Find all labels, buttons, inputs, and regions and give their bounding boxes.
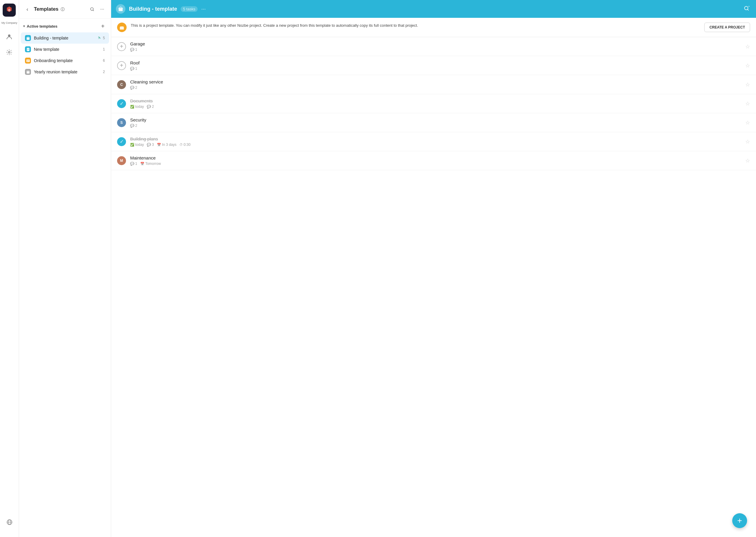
sidebar-item-onboarding[interactable]: Onboarding template 6: [21, 55, 109, 66]
app-logo: [3, 4, 16, 17]
task-meta-garage: 💬 1: [130, 48, 741, 52]
sidebar-item-new-template[interactable]: New template 1: [21, 44, 109, 55]
template-icon-yearly: [25, 69, 31, 75]
active-templates-section[interactable]: ▾ Active templates +: [19, 19, 111, 32]
check-icon: ✅: [130, 143, 134, 147]
task-item[interactable]: ✓ Documents ✅ today 💬 2 ☆: [111, 94, 756, 113]
task-checkbox-documents[interactable]: ✓: [117, 99, 126, 108]
check-icon: ✅: [130, 105, 134, 109]
template-list: Building - template 5 New template: [19, 32, 111, 77]
task-avatar-cleaning: C: [117, 80, 126, 89]
task-name-documents: Documents: [130, 98, 741, 103]
task-item[interactable]: S Security 💬 2 ☆: [111, 113, 756, 132]
svg-point-12: [744, 6, 748, 10]
icon-bar: My Company: [0, 0, 19, 537]
task-body-maintenance: Maintenance 💬 1 📅 Tomorrow: [130, 155, 741, 166]
manage-btn[interactable]: [3, 46, 16, 59]
section-title: Active templates: [27, 24, 99, 28]
topbar-more-button[interactable]: ···: [201, 6, 206, 12]
info-banner-text: This is a project template. You can modi…: [131, 22, 700, 28]
svg-point-1: [8, 9, 10, 11]
template-icon-new: [25, 46, 31, 52]
rss-icon: [98, 36, 101, 40]
task-meta-cleaning: 💬 2: [130, 86, 741, 90]
task-item[interactable]: + Roof 💬 1 ☆: [111, 56, 756, 75]
task-item[interactable]: C Cleaning service 💬 2 ☆: [111, 75, 756, 94]
calendar-icon: 📅: [140, 162, 145, 166]
sidebar-title-info: ⓘ: [61, 7, 65, 12]
tasks-badge: 5 tasks: [181, 6, 198, 12]
task-star-security[interactable]: ☆: [745, 119, 750, 126]
task-meta-security: 💬 2: [130, 124, 741, 128]
task-body-building-plans: Building plans ✅ today 💬 3 📅 In 3 days: [130, 136, 741, 147]
task-body-cleaning: Cleaning service 💬 2: [130, 79, 741, 90]
task-list: + Garage 💬 1 ☆ + Roof 💬 1: [111, 37, 756, 537]
sidebar-item-building-template[interactable]: Building - template 5: [21, 32, 109, 44]
task-name-cleaning: Cleaning service: [130, 79, 741, 84]
task-star-garage[interactable]: ☆: [745, 43, 750, 50]
template-name-building: Building - template: [34, 36, 95, 40]
template-meta-building: 5: [98, 36, 105, 40]
template-meta-new: 1: [103, 47, 105, 51]
task-comments-garage: 💬 1: [130, 48, 137, 52]
task-star-building-plans[interactable]: ☆: [745, 139, 750, 145]
task-star-cleaning[interactable]: ☆: [745, 81, 750, 88]
search-button[interactable]: [88, 5, 97, 14]
task-item[interactable]: + Garage 💬 1 ☆: [111, 37, 756, 56]
task-meta-roof: 💬 1: [130, 66, 741, 71]
fab-add-button[interactable]: +: [732, 513, 747, 528]
my-nozbe-btn[interactable]: [3, 30, 16, 43]
template-icon-onboarding: [25, 58, 31, 63]
back-button[interactable]: ‹: [23, 5, 31, 13]
task-item[interactable]: M Maintenance 💬 1 📅 Tomorrow ☆: [111, 151, 756, 170]
company-label: My Company: [1, 21, 17, 24]
template-name-new: New template: [34, 47, 100, 52]
globe-btn[interactable]: [3, 516, 16, 529]
task-name-roof: Roof: [130, 60, 741, 65]
task-schedule-building-plans: 📅 In 3 days: [157, 143, 177, 147]
topbar-search-button[interactable]: [742, 4, 751, 15]
topbar-icon: [116, 4, 125, 14]
task-body-roof: Roof 💬 1: [130, 60, 741, 71]
task-add-button-roof[interactable]: +: [117, 61, 126, 70]
task-meta-documents: ✅ today 💬 2: [130, 104, 741, 109]
more-button[interactable]: ···: [98, 5, 107, 14]
info-banner-icon: [117, 22, 127, 32]
task-star-roof[interactable]: ☆: [745, 62, 750, 69]
task-body-garage: Garage 💬 1: [130, 41, 741, 52]
comment-icon: 💬: [130, 67, 134, 71]
task-meta-building-plans: ✅ today 💬 3 📅 In 3 days ⏱ 0:30: [130, 143, 741, 147]
task-avatar-security: S: [117, 118, 126, 127]
task-item[interactable]: ✓ Building plans ✅ today 💬 3 📅 In 3 days: [111, 132, 756, 151]
template-count-building: 5: [103, 36, 105, 40]
template-count-new: 1: [103, 47, 105, 51]
svg-rect-10: [26, 71, 29, 73]
task-comments-building-plans: 💬 3: [147, 143, 154, 147]
task-name-security: Security: [130, 117, 741, 122]
comment-icon: 💬: [147, 105, 151, 109]
comment-icon: 💬: [147, 143, 151, 147]
info-banner: This is a project template. You can modi…: [111, 18, 756, 37]
task-due-documents: ✅ today: [130, 104, 144, 109]
task-star-maintenance[interactable]: ☆: [745, 157, 750, 164]
task-add-button-garage[interactable]: +: [117, 42, 126, 51]
comment-icon: 💬: [130, 86, 134, 90]
calendar-icon: 📅: [157, 143, 161, 147]
task-body-security: Security 💬 2: [130, 117, 741, 128]
template-meta-yearly: 2: [103, 70, 105, 74]
task-comments-roof: 💬 1: [130, 66, 137, 71]
svg-rect-7: [26, 37, 29, 40]
comment-icon: 💬: [130, 48, 134, 52]
sidebar-item-yearly-reunion[interactable]: Yearly reunion template 2: [21, 66, 109, 77]
task-checkbox-building-plans[interactable]: ✓: [117, 137, 126, 146]
add-template-button[interactable]: +: [99, 22, 107, 30]
template-count-onboarding: 6: [103, 59, 105, 63]
task-star-documents[interactable]: ☆: [745, 101, 750, 107]
svg-rect-14: [120, 26, 124, 30]
task-body-documents: Documents ✅ today 💬 2: [130, 98, 741, 109]
clock-icon: ⏱: [180, 143, 183, 146]
task-time-building-plans: ⏱ 0:30: [180, 143, 191, 147]
sidebar-header: ‹ Templates ⓘ ···: [19, 0, 111, 19]
create-project-button[interactable]: CREATE A PROJECT: [704, 22, 750, 32]
svg-point-6: [91, 8, 93, 10]
